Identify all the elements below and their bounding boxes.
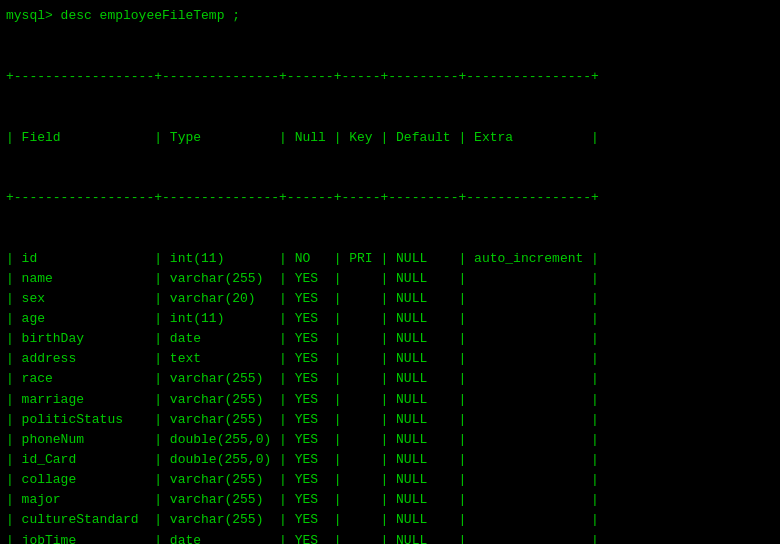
table-rows: | id | int(11) | NO | PRI | NULL | auto_… [6,249,774,544]
table-container: +------------------+---------------+----… [6,27,774,544]
prompt-line: mysql> desc employeeFileTemp ; [6,8,774,23]
terminal-window: mysql> desc employeeFileTemp ; +--------… [0,0,780,544]
table-row: | birthDay | date | YES | | NULL | | [6,329,774,349]
table-row: | marriage | varchar(255) | YES | | NULL… [6,390,774,410]
table-row: | cultureStandard | varchar(255) | YES |… [6,510,774,530]
separator-mid: +------------------+---------------+----… [6,188,774,208]
table-row: | id_Card | double(255,0) | YES | | NULL… [6,450,774,470]
table-header: | Field | Type | Null | Key | Default | … [6,128,774,148]
table-row: | address | text | YES | | NULL | | [6,349,774,369]
table-row: | name | varchar(255) | YES | | NULL | | [6,269,774,289]
table-row: | phoneNum | double(255,0) | YES | | NUL… [6,430,774,450]
separator-top: +------------------+---------------+----… [6,67,774,87]
table-row: | sex | varchar(20) | YES | | NULL | | [6,289,774,309]
table-row: | age | int(11) | YES | | NULL | | [6,309,774,329]
table-row: | major | varchar(255) | YES | | NULL | … [6,490,774,510]
table-row: | id | int(11) | NO | PRI | NULL | auto_… [6,249,774,269]
table-row: | politicStatus | varchar(255) | YES | |… [6,410,774,430]
table-row: | jobTime | date | YES | | NULL | | [6,531,774,544]
table-row: | collage | varchar(255) | YES | | NULL … [6,470,774,490]
table-row: | race | varchar(255) | YES | | NULL | | [6,369,774,389]
